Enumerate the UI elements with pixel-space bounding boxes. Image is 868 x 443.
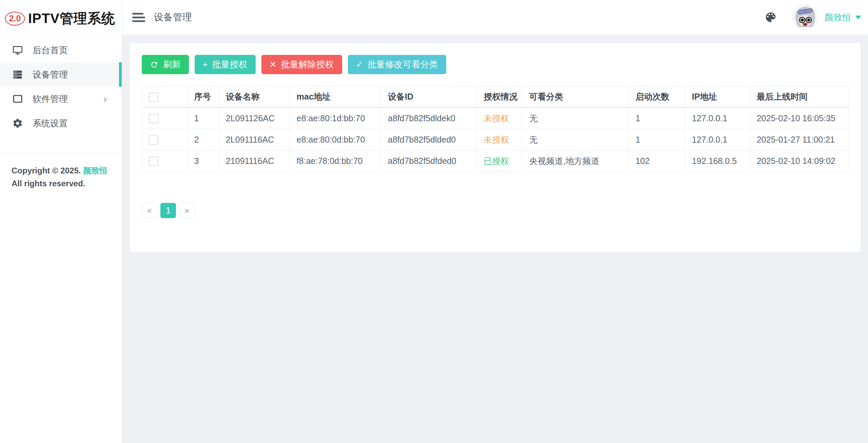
toolbar: 刷新 + 批量授权 ✕ 批量解除授权 ✓ 批量修改可看分类 <box>142 55 849 74</box>
cell-name: 2L091116AC <box>219 129 290 150</box>
author-link[interactable]: 颜致恒 <box>83 166 107 175</box>
content-area: 刷新 + 批量授权 ✕ 批量解除授权 ✓ 批量修改可看分类 <box>122 35 868 443</box>
select-all-checkbox[interactable] <box>149 92 158 102</box>
cell-last-online: 2025-01-27 11:00:21 <box>750 129 848 150</box>
topbar-right: 颜致恒 <box>764 5 861 30</box>
username: 颜致恒 <box>825 12 851 23</box>
cell-device-id: a8fd7b82f5dlded0 <box>381 129 477 150</box>
header-mac: mac地址 <box>290 86 381 108</box>
avatar[interactable] <box>793 5 818 30</box>
x-icon: ✕ <box>270 60 277 69</box>
page-title: 设备管理 <box>154 11 192 24</box>
cell-auth-label: 已授权 <box>477 150 522 172</box>
cell-boot-count: 1 <box>629 108 685 129</box>
sidebar-item-label: 后台首页 <box>33 44 68 56</box>
cell-name: 2L091126AC <box>219 108 290 129</box>
chevron-right-icon: › <box>103 94 107 104</box>
header-device-id: 设备ID <box>381 86 477 108</box>
pagination-page-1-button[interactable]: 1 <box>160 203 176 218</box>
row-checkbox-cell <box>142 150 188 172</box>
sidebar-item-label: 设备管理 <box>33 69 68 81</box>
cell-mac: e8:ae:80:0d:bb:70 <box>290 129 381 150</box>
header-boot-count: 启动次数 <box>629 86 685 108</box>
pagination-next-button[interactable]: » <box>179 203 195 218</box>
batch-authorize-label: 批量授权 <box>212 59 248 70</box>
row-checkbox[interactable] <box>149 135 158 145</box>
cell-device-id: a8fd7b82f5dldek0 <box>381 108 477 129</box>
header-last-online: 最后上线时间 <box>750 86 848 108</box>
cell-index: 3 <box>187 150 219 172</box>
cell-mac: f8:ae:78:0d:bb:70 <box>290 150 381 172</box>
sidebar-item-dashboard[interactable]: 后台首页 <box>0 38 122 62</box>
app-title: IPTV管理系统 <box>28 9 115 28</box>
copyright-prefix: Copyright © 2025. <box>12 166 81 175</box>
batch-deauthorize-label: 批量解除授权 <box>281 59 334 70</box>
refresh-button[interactable]: 刷新 <box>142 55 189 74</box>
row-checkbox[interactable] <box>149 114 158 123</box>
table-row: 12L091126ACe8:ae:80:1d:bb:70a8fd7b82f5dl… <box>142 108 849 129</box>
sidebar-nav: 后台首页 设备管理 <box>0 37 122 135</box>
row-checkbox-cell <box>142 108 188 129</box>
batch-edit-category-label: 批量修改可看分类 <box>368 59 438 70</box>
monitor-icon <box>12 45 23 56</box>
pagination-prev-button[interactable]: « <box>142 203 157 218</box>
refresh-label: 刷新 <box>163 59 181 70</box>
hamburger-menu-icon[interactable] <box>132 13 145 22</box>
sidebar-item-settings[interactable]: 系统设置 <box>0 111 122 135</box>
cell-boot-count: 102 <box>629 150 685 172</box>
cell-categories: 无 <box>522 108 628 129</box>
user-menu[interactable]: 颜致恒 <box>825 12 861 23</box>
row-checkbox[interactable] <box>149 156 158 166</box>
cell-index: 1 <box>187 108 219 129</box>
app-layout: 2.0 IPTV管理系统 后台首页 <box>0 0 868 443</box>
main-area: 设备管理 <box>122 0 868 443</box>
cell-ip: 192.168.0.5 <box>685 150 750 172</box>
window-icon <box>12 93 23 104</box>
header-auth-status: 授权情况 <box>477 86 522 108</box>
app-logo[interactable]: 2.0 IPTV管理系统 <box>0 0 122 37</box>
header-index: 序号 <box>187 86 219 108</box>
sidebar-item-label: 系统设置 <box>33 118 68 129</box>
cell-last-online: 2025-02-10 16:05:35 <box>750 108 848 129</box>
table-row: 321091116ACf8:ae:78:0d:bb:70a8fd7b82f5df… <box>142 150 849 172</box>
server-icon <box>12 69 23 80</box>
gear-icon <box>12 118 23 129</box>
copyright: Copyright © 2025. 颜致恒 All rights reserve… <box>0 153 122 201</box>
caret-down-icon <box>855 16 861 19</box>
header-checkbox-cell <box>142 86 188 108</box>
cell-categories: 无 <box>522 129 628 150</box>
cell-boot-count: 1 <box>629 129 685 150</box>
sidebar: 2.0 IPTV管理系统 后台首页 <box>0 0 122 443</box>
plus-icon: + <box>203 60 208 69</box>
header-categories: 可看分类 <box>522 86 628 108</box>
cell-ip: 127.0.0.1 <box>685 129 750 150</box>
table-row: 22L091116ACe8:ae:80:0d:bb:70a8fd7b82f5dl… <box>142 129 849 150</box>
cell-auth-label: 未授权 <box>477 108 522 129</box>
row-checkbox-cell <box>142 129 188 150</box>
sidebar-item-devices[interactable]: 设备管理 <box>0 62 122 87</box>
sidebar-item-software[interactable]: 软件管理 › <box>0 87 122 111</box>
cell-ip: 127.0.0.1 <box>685 108 750 129</box>
version-badge: 2.0 <box>5 12 25 26</box>
cell-index: 2 <box>187 129 219 150</box>
device-card: 刷新 + 批量授权 ✕ 批量解除授权 ✓ 批量修改可看分类 <box>130 43 861 252</box>
table-header-row: 序号 设备名称 mac地址 设备ID 授权情况 可看分类 启动次数 IP地址 最… <box>142 86 849 108</box>
device-table: 序号 设备名称 mac地址 设备ID 授权情况 可看分类 启动次数 IP地址 最… <box>142 86 849 172</box>
topbar: 设备管理 <box>122 0 868 35</box>
batch-authorize-button[interactable]: + 批量授权 <box>195 55 256 74</box>
header-device-name: 设备名称 <box>219 86 290 108</box>
cell-device-id: a8fd7b82f5dfded0 <box>381 150 477 172</box>
cell-last-online: 2025-02-10 14:09:02 <box>750 150 848 172</box>
pagination: « 1 » <box>142 203 849 218</box>
refresh-icon <box>150 60 159 69</box>
cell-categories: 央视频道,地方频道 <box>522 150 628 172</box>
check-icon: ✓ <box>356 60 363 69</box>
cell-name: 21091116AC <box>219 150 290 172</box>
sidebar-item-label: 软件管理 <box>33 93 68 105</box>
header-ip: IP地址 <box>685 86 750 108</box>
palette-icon[interactable] <box>764 11 777 24</box>
batch-deauthorize-button[interactable]: ✕ 批量解除授权 <box>261 55 342 74</box>
copyright-suffix: All rights reserved. <box>12 179 85 188</box>
cell-auth-label: 未授权 <box>477 129 522 150</box>
batch-edit-category-button[interactable]: ✓ 批量修改可看分类 <box>348 55 446 74</box>
